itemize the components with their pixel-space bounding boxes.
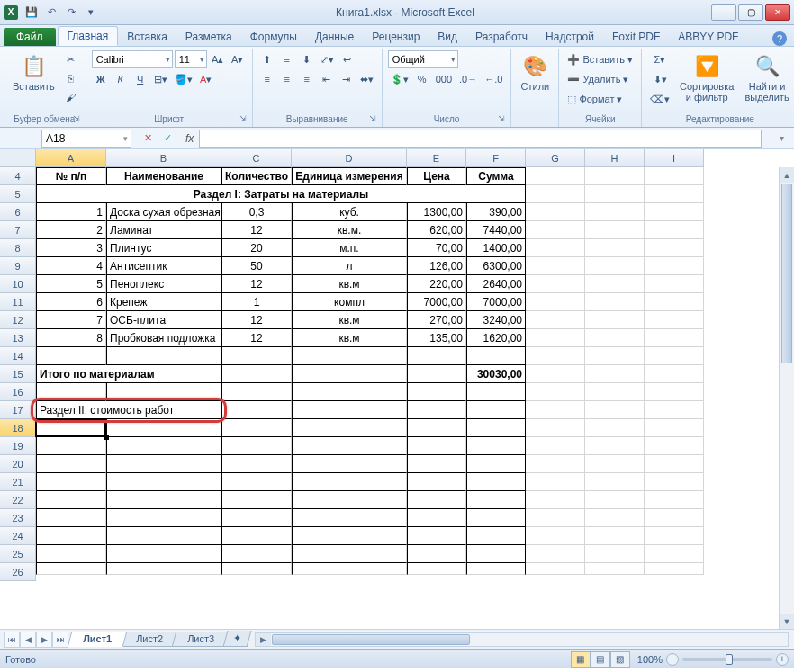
cell[interactable] [645, 221, 704, 239]
cell[interactable] [585, 257, 645, 275]
cell[interactable] [466, 491, 526, 509]
fill-button[interactable]: ⬇▾ [647, 70, 672, 88]
cell[interactable]: Раздел II: стоимость работ [36, 401, 221, 419]
column-header-H[interactable]: H [585, 149, 645, 167]
clear-button[interactable]: ⌫▾ [647, 90, 672, 108]
scroll-up-button[interactable]: ▲ [780, 167, 794, 183]
cell[interactable] [526, 365, 585, 383]
row-header-10[interactable]: 10 [0, 275, 36, 293]
copy-button[interactable]: ⎘ [62, 69, 80, 87]
cell[interactable] [221, 401, 292, 419]
hscroll-thumb[interactable] [272, 634, 470, 645]
cell[interactable]: 12 [221, 311, 292, 329]
cell[interactable] [526, 239, 585, 257]
cell[interactable]: 270,00 [407, 311, 466, 329]
row-header-19[interactable]: 19 [0, 437, 36, 455]
cell[interactable] [407, 401, 466, 419]
cell[interactable] [106, 563, 221, 575]
cell[interactable] [645, 437, 704, 455]
align-top[interactable]: ⬆ [258, 50, 276, 68]
cell[interactable]: Раздел I: Затраты на материалы [36, 185, 526, 203]
cells[interactable]: № п/пНаименованиеКоличествоЕдиница измер… [36, 167, 704, 575]
cell[interactable] [407, 347, 466, 365]
cell[interactable]: 1300,00 [407, 203, 466, 221]
cell[interactable] [526, 509, 585, 527]
cell[interactable] [645, 167, 704, 185]
cell[interactable]: куб. [292, 203, 407, 221]
cell[interactable] [36, 437, 106, 455]
cell[interactable] [645, 257, 704, 275]
cell[interactable] [645, 329, 704, 347]
cell[interactable] [645, 401, 704, 419]
cell[interactable] [645, 203, 704, 221]
qat-more[interactable]: ▾ [83, 4, 99, 21]
font-name-combo[interactable]: Calibri [92, 50, 173, 68]
close-button[interactable]: ✕ [765, 4, 790, 21]
row-header-14[interactable]: 14 [0, 347, 36, 365]
cell[interactable]: 390,00 [466, 203, 526, 221]
redo-button[interactable]: ↷ [63, 4, 79, 21]
cell[interactable] [585, 167, 645, 185]
tab-layout[interactable]: Разметка [176, 28, 241, 46]
cell[interactable]: 620,00 [407, 221, 466, 239]
cell[interactable] [36, 527, 106, 545]
cell[interactable] [407, 473, 466, 491]
cell[interactable] [645, 491, 704, 509]
cell[interactable] [106, 491, 221, 509]
cell[interactable] [466, 473, 526, 491]
cell[interactable] [407, 527, 466, 545]
cell[interactable]: Единица измерения [292, 167, 407, 185]
cell[interactable]: 30030,00 [466, 365, 526, 383]
italic-button[interactable]: К [112, 70, 130, 88]
comma-button[interactable]: 000 [433, 70, 455, 88]
tab-home[interactable]: Главная [58, 26, 119, 46]
undo-button[interactable]: ↶ [43, 4, 59, 21]
cell[interactable]: 7440,00 [466, 221, 526, 239]
tab-insert[interactable]: Вставка [118, 28, 176, 46]
cell[interactable] [292, 419, 407, 437]
cell[interactable] [466, 527, 526, 545]
cell[interactable] [466, 401, 526, 419]
cell[interactable] [645, 347, 704, 365]
cell[interactable]: 1400,00 [466, 239, 526, 257]
row-header-21[interactable]: 21 [0, 473, 36, 491]
cell[interactable] [36, 383, 106, 401]
cell[interactable] [645, 293, 704, 311]
zoom-out-button[interactable]: − [666, 653, 679, 666]
sort-filter-button[interactable]: 🔽 Сортировка и фильтр [676, 50, 737, 104]
cut-button[interactable]: ✂ [62, 50, 80, 68]
percent-button[interactable]: % [413, 70, 431, 88]
cell[interactable] [106, 419, 221, 437]
cell[interactable] [645, 473, 704, 491]
zoom-in-button[interactable]: + [776, 653, 789, 666]
maximize-button[interactable]: ▢ [738, 4, 763, 21]
cell[interactable] [36, 491, 106, 509]
row-header-7[interactable]: 7 [0, 221, 36, 239]
cell[interactable] [645, 527, 704, 545]
bold-button[interactable]: Ж [92, 70, 110, 88]
cell[interactable] [645, 563, 704, 575]
formula-input[interactable] [199, 130, 762, 148]
cell[interactable]: 2 [36, 221, 106, 239]
align-right[interactable]: ≡ [298, 70, 316, 88]
cell[interactable]: 2640,00 [466, 275, 526, 293]
tab-addins[interactable]: Надстрой [537, 28, 603, 46]
cell[interactable]: 126,00 [407, 257, 466, 275]
cell[interactable] [585, 293, 645, 311]
cell[interactable] [585, 401, 645, 419]
cell[interactable]: Итого по материалам [36, 365, 221, 383]
cell[interactable]: Ламинат [106, 221, 221, 239]
cell[interactable] [645, 239, 704, 257]
cell[interactable] [466, 347, 526, 365]
zoom-level[interactable]: 100% [637, 654, 663, 665]
cell[interactable] [106, 455, 221, 473]
minimize-button[interactable]: — [711, 4, 736, 21]
cell[interactable]: 3 [36, 239, 106, 257]
cell[interactable] [585, 365, 645, 383]
row-header-4[interactable]: 4 [0, 167, 36, 185]
align-left[interactable]: ≡ [258, 70, 276, 88]
cell[interactable] [645, 275, 704, 293]
tab-view[interactable]: Вид [429, 28, 466, 46]
cell[interactable] [645, 365, 704, 383]
cell[interactable] [585, 185, 645, 203]
